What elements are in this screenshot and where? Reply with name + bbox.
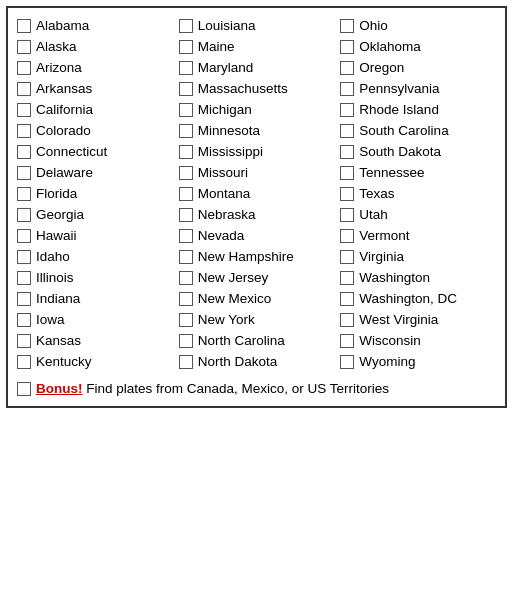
state-item: Michigan xyxy=(176,100,338,119)
state-checkbox[interactable] xyxy=(340,292,354,306)
state-label: Wisconsin xyxy=(359,333,421,348)
state-checkbox[interactable] xyxy=(179,292,193,306)
state-item: North Dakota xyxy=(176,352,338,371)
state-checkbox[interactable] xyxy=(179,82,193,96)
state-checkbox[interactable] xyxy=(340,166,354,180)
state-item: Delaware xyxy=(14,163,176,182)
state-checkbox[interactable] xyxy=(17,124,31,138)
state-label: Idaho xyxy=(36,249,70,264)
state-checkbox[interactable] xyxy=(17,82,31,96)
state-checkbox[interactable] xyxy=(340,82,354,96)
state-checkbox[interactable] xyxy=(179,334,193,348)
state-item: Oklahoma xyxy=(337,37,499,56)
state-item: Kentucky xyxy=(14,352,176,371)
state-checkbox[interactable] xyxy=(17,40,31,54)
state-checkbox[interactable] xyxy=(340,19,354,33)
state-item: Kansas xyxy=(14,331,176,350)
state-checkbox[interactable] xyxy=(17,229,31,243)
state-checkbox[interactable] xyxy=(17,19,31,33)
state-checkbox[interactable] xyxy=(340,61,354,75)
state-label: Michigan xyxy=(198,102,252,117)
state-label: Hawaii xyxy=(36,228,77,243)
state-label: Florida xyxy=(36,186,77,201)
state-checkbox[interactable] xyxy=(17,313,31,327)
state-label: Tennessee xyxy=(359,165,424,180)
state-label: Rhode Island xyxy=(359,102,439,117)
state-checkbox[interactable] xyxy=(17,166,31,180)
state-checkbox[interactable] xyxy=(179,124,193,138)
state-item: Rhode Island xyxy=(337,100,499,119)
state-item: Montana xyxy=(176,184,338,203)
state-checkbox[interactable] xyxy=(340,229,354,243)
state-checkbox[interactable] xyxy=(340,187,354,201)
state-label: New York xyxy=(198,312,255,327)
state-item: Utah xyxy=(337,205,499,224)
state-checkbox[interactable] xyxy=(340,250,354,264)
state-checkbox[interactable] xyxy=(179,229,193,243)
state-checkbox[interactable] xyxy=(179,313,193,327)
state-label: Oklahoma xyxy=(359,39,421,54)
state-checkbox[interactable] xyxy=(340,355,354,369)
state-item: Hawaii xyxy=(14,226,176,245)
state-checkbox[interactable] xyxy=(17,208,31,222)
state-checkbox[interactable] xyxy=(340,313,354,327)
state-checkbox[interactable] xyxy=(179,187,193,201)
state-checkbox[interactable] xyxy=(179,208,193,222)
state-label: Minnesota xyxy=(198,123,260,138)
state-label: South Carolina xyxy=(359,123,448,138)
state-label: Illinois xyxy=(36,270,74,285)
state-item: South Carolina xyxy=(337,121,499,140)
state-item: Tennessee xyxy=(337,163,499,182)
state-item: South Dakota xyxy=(337,142,499,161)
state-item: Georgia xyxy=(14,205,176,224)
bonus-checkbox[interactable] xyxy=(17,382,31,396)
state-label: Washington, DC xyxy=(359,291,457,306)
state-checkbox[interactable] xyxy=(340,145,354,159)
state-checkbox[interactable] xyxy=(17,334,31,348)
state-checkbox[interactable] xyxy=(340,208,354,222)
state-label: Maryland xyxy=(198,60,254,75)
state-checkbox[interactable] xyxy=(179,103,193,117)
state-item: Vermont xyxy=(337,226,499,245)
state-label: Massachusetts xyxy=(198,81,288,96)
state-checkbox[interactable] xyxy=(340,40,354,54)
state-checkbox[interactable] xyxy=(17,187,31,201)
state-checkbox[interactable] xyxy=(17,250,31,264)
state-checkbox[interactable] xyxy=(179,166,193,180)
bonus-highlight[interactable]: Bonus! xyxy=(36,381,83,396)
state-item: New York xyxy=(176,310,338,329)
state-label: Colorado xyxy=(36,123,91,138)
state-checkbox[interactable] xyxy=(179,271,193,285)
state-checkbox[interactable] xyxy=(340,334,354,348)
state-item: Wyoming xyxy=(337,352,499,371)
state-checkbox[interactable] xyxy=(17,355,31,369)
state-checkbox[interactable] xyxy=(17,103,31,117)
state-item: Washington, DC xyxy=(337,289,499,308)
state-checkbox[interactable] xyxy=(17,271,31,285)
state-item: Ohio xyxy=(337,16,499,35)
state-item: North Carolina xyxy=(176,331,338,350)
state-checkbox[interactable] xyxy=(179,61,193,75)
state-label: Georgia xyxy=(36,207,84,222)
state-item: Connecticut xyxy=(14,142,176,161)
state-item: Maryland xyxy=(176,58,338,77)
state-checkbox[interactable] xyxy=(17,61,31,75)
state-label: Montana xyxy=(198,186,251,201)
state-item: California xyxy=(14,100,176,119)
state-label: Kentucky xyxy=(36,354,92,369)
state-checkbox[interactable] xyxy=(17,145,31,159)
state-checkbox[interactable] xyxy=(340,103,354,117)
state-checkbox[interactable] xyxy=(179,250,193,264)
state-checkbox[interactable] xyxy=(17,292,31,306)
state-checkbox[interactable] xyxy=(179,19,193,33)
state-checkbox[interactable] xyxy=(340,124,354,138)
state-item: Louisiana xyxy=(176,16,338,35)
state-item: Iowa xyxy=(14,310,176,329)
state-checkbox[interactable] xyxy=(179,145,193,159)
state-checkbox[interactable] xyxy=(340,271,354,285)
state-checkbox[interactable] xyxy=(179,40,193,54)
state-label: Kansas xyxy=(36,333,81,348)
state-checkbox[interactable] xyxy=(179,355,193,369)
state-item: New Mexico xyxy=(176,289,338,308)
state-item: Minnesota xyxy=(176,121,338,140)
